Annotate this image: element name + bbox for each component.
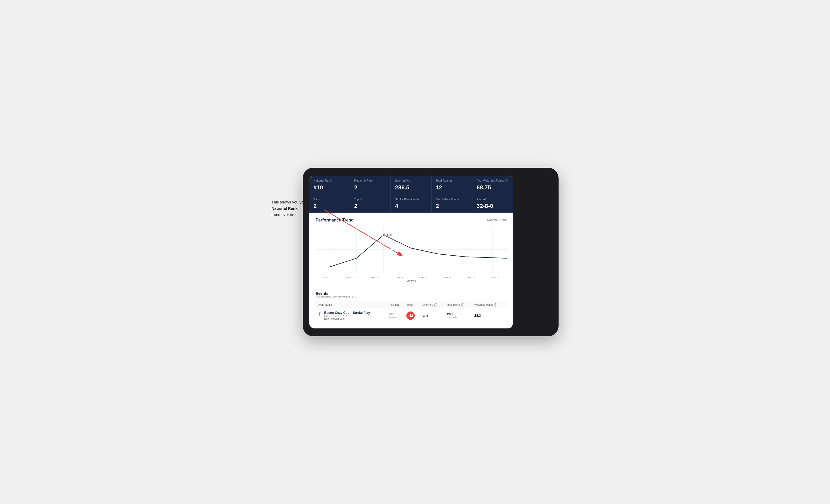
events-section: Events Last updated: 24th November 2023 …: [316, 287, 507, 323]
total-points-sub: 3 Rounds: [447, 316, 470, 319]
stat-national-rank: National Rank #10: [309, 175, 350, 194]
performance-trend-title: Performance Trend: [316, 218, 354, 223]
performance-trend-subtitle: National Rank: [487, 219, 507, 222]
x-label-apr24: APR 24: [459, 276, 483, 279]
stat-top3s: Top 3s 2: [350, 194, 391, 212]
events-last-updated: Last updated: 24th November 2023: [316, 296, 507, 298]
chart-x-labels: OCT 23 NOV 23 DEC 23 JAN 24 FEB 24 MAR 2…: [316, 275, 507, 279]
performance-trend-header: Performance Trend National Rank: [316, 218, 507, 223]
chart-svg: #10: [316, 226, 507, 273]
x-label-feb24: FEB 24: [411, 276, 435, 279]
tablet-frame: National Rank #10 Regional Rank 2 Scorin…: [303, 168, 558, 336]
stats-row-2: Wins 2 Top 3s 2 Stroke Play Events 4 Mat…: [309, 194, 513, 212]
col-event-name: Event Name: [316, 302, 387, 308]
x-label-nov23: NOV 23: [340, 276, 363, 279]
col-weighted-points: Weighted Points i: [472, 302, 507, 308]
event-date: Oct 9 – Oct 10, 2023: [324, 314, 370, 317]
weighted-points-info-icon: i: [494, 303, 497, 306]
x-label-oct23: OCT 23: [316, 276, 340, 279]
performance-trend-section: Performance Trend National Rank: [316, 218, 507, 282]
event-score-badge: -22: [406, 311, 415, 320]
stat-match-play: Match Play Events 2: [432, 194, 472, 212]
total-points-cell: 28.3 3 Rounds: [445, 308, 472, 323]
stat-avg-weighted-points: Avg. Weighted Points ⓘ 68.75: [472, 175, 513, 194]
event-sg-value: 0.45: [422, 314, 428, 317]
event-sg-cell: 0.45: [420, 308, 445, 323]
event-position-value: 6th: [389, 312, 403, 316]
weighted-points-value: 28.3: [474, 313, 481, 317]
event-position-cell: 6th out of 7: [387, 308, 405, 323]
tablet-screen: National Rank #10 Regional Rank 2 Scorin…: [309, 175, 513, 329]
event-name: Buster Cozy Cup – Stroke Play: [324, 311, 370, 314]
stats-header: National Rank #10 Regional Rank 2 Scorin…: [309, 175, 513, 212]
stat-stroke-play: Stroke Play Events 4: [391, 194, 432, 212]
event-score-cell: -22: [404, 308, 420, 323]
stat-total-rounds: Total Rounds 12: [432, 175, 472, 194]
x-label-may24: MAY 24: [483, 276, 507, 279]
total-points-value: 28.3: [447, 312, 470, 316]
events-title: Events: [316, 291, 507, 296]
col-position: Position: [387, 302, 405, 308]
events-table: Event Name Position Score Event SG i Tot…: [316, 302, 507, 323]
rank-direction-icon: ▼: [343, 317, 345, 321]
tooltip-text: This shows you your National Rank trend …: [272, 199, 324, 218]
events-table-header-row: Event Name Position Score Event SG i Tot…: [316, 302, 507, 308]
svg-point-14: [382, 233, 385, 236]
event-icon: 🏌: [318, 311, 322, 316]
col-event-sg: Event SG i: [420, 302, 445, 308]
weighted-points-cell: 28.3: [472, 308, 507, 323]
stat-record: Record 32-8-0: [472, 194, 513, 212]
outer-wrapper: This shows you your National Rank trend …: [272, 168, 558, 336]
event-sg-info-icon: i: [434, 303, 438, 306]
x-label-mar24: MAR 24: [435, 276, 459, 279]
chart-x-title: Months: [316, 279, 507, 282]
x-label-jan24: JAN 24: [387, 276, 411, 279]
stat-regional-rank: Regional Rank 2: [350, 175, 391, 194]
col-score: Score: [404, 302, 420, 308]
col-total-points: Total Points i: [445, 302, 472, 308]
content-area: Performance Trend National Rank: [309, 212, 513, 329]
performance-chart: #10: [316, 226, 507, 273]
stat-scoring-avg: Scoring Avg. 286.5: [391, 175, 432, 194]
event-name-cell: 🏌 Buster Cozy Cup – Stroke Play Oct 9 – …: [316, 308, 387, 323]
table-row: 🏌 Buster Cozy Cup – Stroke Play Oct 9 – …: [316, 308, 507, 323]
event-rank-impact: Rank Impact: 3 ▼: [324, 317, 370, 321]
svg-text:#10: #10: [387, 233, 392, 237]
x-label-dec23: DEC 23: [363, 276, 387, 279]
stats-row-1: National Rank #10 Regional Rank 2 Scorin…: [309, 175, 513, 194]
event-position-sub: out of 7: [389, 316, 403, 319]
total-points-info-icon: i: [461, 303, 464, 306]
